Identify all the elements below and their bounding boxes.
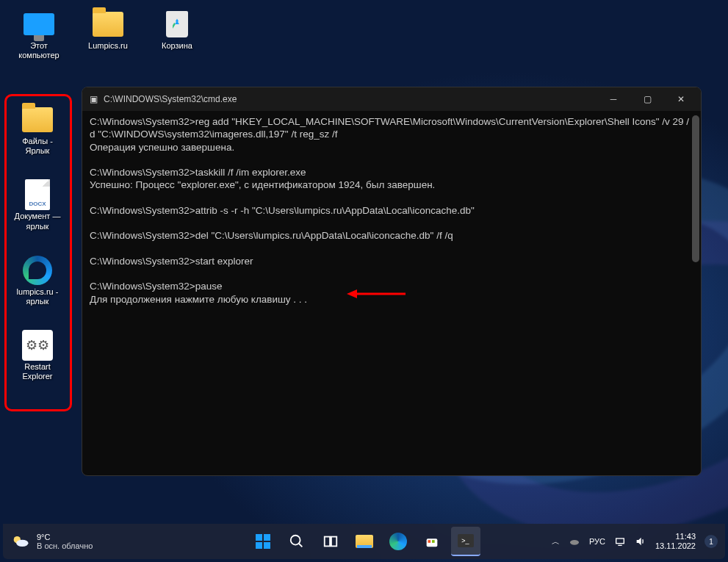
cmd-icon: ▣ [90, 94, 98, 104]
svg-point-8 [290, 536, 300, 545]
cmd-taskbar-button[interactable]: >_ [451, 527, 480, 556]
svg-rect-6 [256, 542, 262, 549]
scrollbar[interactable] [692, 115, 699, 262]
store-button[interactable] [417, 527, 447, 556]
highlight-annotation [4, 94, 72, 411]
explorer-button[interactable] [350, 527, 379, 556]
tray-chevron-icon[interactable]: ︿ [552, 536, 560, 547]
onedrive-icon[interactable] [569, 536, 580, 547]
start-button[interactable] [248, 527, 278, 556]
close-button[interactable]: ✕ [664, 87, 698, 111]
notification-badge[interactable]: 1 [704, 535, 718, 548]
svg-rect-14 [432, 540, 435, 543]
taskbar: 9°CВ осн. облачно >_ ︿ РУС 11:4313.11.20… [3, 524, 725, 559]
minimize-button[interactable]: ─ [597, 87, 630, 111]
svg-rect-4 [256, 534, 262, 541]
cmd-window: ▣C:\WINDOWS\System32\cmd.exe ─ ▢ ✕ C:\Wi… [82, 87, 702, 476]
svg-rect-13 [428, 540, 430, 543]
svg-point-15 [570, 540, 579, 545]
cmd-titlebar[interactable]: ▣C:\WINDOWS\System32\cmd.exe ─ ▢ ✕ [82, 87, 701, 111]
svg-line-9 [298, 544, 302, 547]
desktop-icon-this-pc[interactable]: Этот компьютер [12, 6, 66, 63]
svg-rect-10 [324, 537, 329, 547]
svg-marker-1 [347, 289, 357, 298]
desktop-icon-recycle-bin[interactable]: Корзина [150, 6, 204, 63]
arrow-annotation [347, 287, 406, 301]
cmd-title: C:\WINDOWS\System32\cmd.exe [104, 94, 237, 104]
svg-rect-7 [264, 542, 270, 549]
svg-rect-11 [331, 537, 336, 547]
svg-point-3 [16, 540, 28, 547]
taskbar-weather[interactable]: 9°CВ осн. облачно [10, 531, 93, 552]
desktop-icon-lumpics-folder[interactable]: Lumpics.ru [81, 6, 135, 63]
taskview-button[interactable] [316, 527, 345, 556]
taskbar-clock[interactable]: 11:4313.11.2022 [655, 532, 696, 551]
volume-icon[interactable] [635, 536, 646, 547]
search-button[interactable] [282, 527, 311, 556]
maximize-button[interactable]: ▢ [630, 87, 664, 111]
svg-rect-5 [264, 534, 270, 541]
network-icon[interactable] [614, 536, 626, 547]
edge-button[interactable] [383, 527, 413, 556]
language-indicator[interactable]: РУС [589, 537, 605, 546]
svg-rect-16 [616, 538, 624, 544]
